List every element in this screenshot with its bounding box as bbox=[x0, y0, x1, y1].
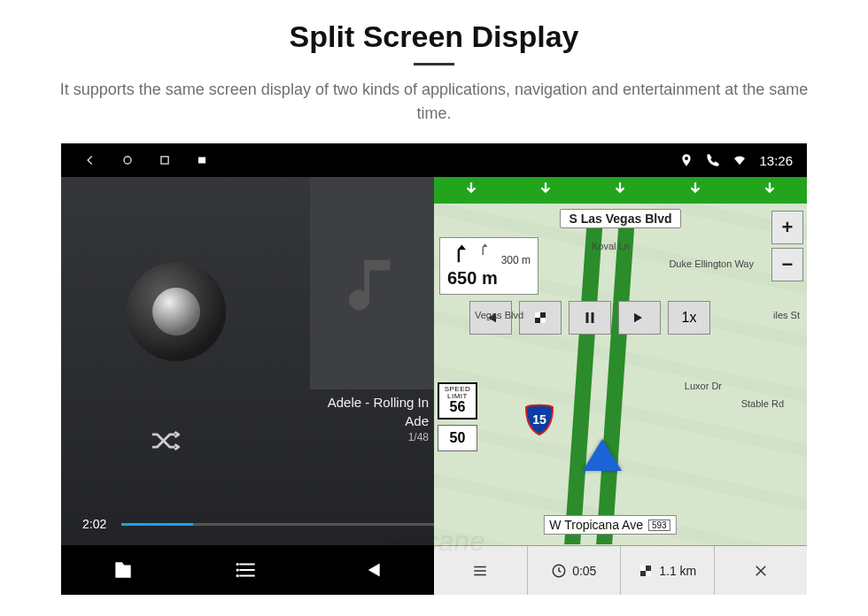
svg-rect-7 bbox=[535, 312, 540, 318]
lane-arrow-icon bbox=[538, 181, 554, 200]
interstate-shield-icon: 15 bbox=[524, 404, 554, 435]
zoom-controls: + − bbox=[771, 211, 803, 281]
music-pane: Adele - Rolling In Ade 1/48 2:02 bbox=[61, 177, 434, 595]
music-bottom-bar bbox=[61, 545, 434, 595]
primary-turn-distance: 650 m bbox=[447, 268, 531, 289]
turn-left-icon bbox=[447, 242, 472, 266]
destination-flag-icon bbox=[638, 563, 654, 579]
lane-arrow-icon bbox=[612, 181, 628, 200]
status-bar: 13:26 bbox=[61, 143, 807, 177]
back-icon[interactable] bbox=[84, 154, 97, 166]
progress-fill bbox=[121, 523, 193, 526]
joystick-control[interactable] bbox=[127, 262, 226, 361]
map-pane[interactable]: S Las Vegas Blvd 300 m 650 m 1x SPEED LI… bbox=[434, 177, 807, 595]
lane-arrow-icon bbox=[463, 181, 479, 200]
current-road-label: S Las Vegas Blvd bbox=[560, 209, 682, 228]
svg-rect-15 bbox=[646, 571, 651, 576]
shuffle-icon[interactable] bbox=[150, 430, 180, 455]
cross-street-name: W Tropicana Ave bbox=[549, 518, 643, 532]
speed-limit-value: 56 bbox=[439, 400, 476, 414]
album-art-placeholder bbox=[310, 177, 434, 389]
map-pause-button[interactable] bbox=[569, 301, 611, 335]
map-close-button[interactable] bbox=[715, 546, 808, 595]
browse-button[interactable] bbox=[61, 545, 185, 595]
current-speed-box: 50 bbox=[438, 425, 477, 451]
title-underline bbox=[414, 63, 454, 65]
eta-value: 0:05 bbox=[572, 564, 596, 578]
map-label-reno: E Reno Ave bbox=[805, 384, 807, 435]
remaining-distance-value: 1.1 km bbox=[659, 564, 696, 578]
remaining-distance-cell: 1.1 km bbox=[621, 546, 715, 595]
svg-text:15: 15 bbox=[532, 412, 546, 427]
map-next-button[interactable] bbox=[618, 301, 661, 335]
split-container: Adele - Rolling In Ade 1/48 2:02 bbox=[61, 177, 807, 595]
clock-icon bbox=[551, 563, 567, 579]
eta-cell: 0:05 bbox=[528, 546, 622, 595]
map-bottom-bar: 0:05 1.1 km bbox=[434, 545, 807, 595]
zoom-out-button[interactable]: − bbox=[771, 248, 803, 281]
turn-instruction-panel: 300 m 650 m bbox=[439, 237, 539, 295]
cross-street-number: 593 bbox=[648, 520, 670, 531]
playback-progress[interactable]: 2:02 bbox=[82, 517, 434, 531]
map-label-stable: Stable Rd bbox=[741, 398, 784, 409]
recent-apps-icon[interactable] bbox=[159, 154, 171, 166]
svg-point-4 bbox=[236, 568, 239, 571]
device-screenshot: 13:26 Adele - Rolling In Ade 1/48 2:02 bbox=[61, 143, 807, 595]
svg-point-0 bbox=[124, 157, 131, 164]
cross-street-label: W Tropicana Ave 593 bbox=[543, 515, 676, 535]
music-note-icon bbox=[341, 252, 403, 314]
lane-guidance-strip bbox=[434, 177, 807, 204]
map-label-giles: iles St bbox=[773, 310, 800, 320]
svg-point-3 bbox=[236, 563, 239, 566]
progress-track[interactable] bbox=[121, 523, 434, 526]
track-metadata: Adele - Rolling In Ade 1/48 bbox=[328, 395, 429, 443]
page-subtitle: It supports the same screen display of t… bbox=[44, 78, 824, 126]
playlist-button[interactable] bbox=[185, 545, 309, 595]
track-artist: Ade bbox=[328, 413, 429, 428]
previous-track-button[interactable] bbox=[310, 545, 434, 595]
speed-limit-label: SPEED LIMIT bbox=[439, 386, 476, 400]
screenshot-icon[interactable] bbox=[196, 154, 208, 166]
svg-rect-1 bbox=[161, 157, 168, 164]
svg-rect-9 bbox=[586, 312, 589, 323]
lane-arrow-icon bbox=[762, 181, 778, 200]
page-title: Split Screen Display bbox=[0, 19, 868, 54]
svg-rect-2 bbox=[198, 158, 205, 164]
playback-speed-button[interactable]: 1x bbox=[668, 301, 710, 335]
speed-limit-sign: SPEED LIMIT 56 bbox=[438, 382, 477, 420]
turn-right-icon bbox=[476, 242, 492, 258]
wifi-icon bbox=[732, 153, 747, 167]
elapsed-time: 2:02 bbox=[82, 517, 121, 531]
location-icon bbox=[679, 153, 694, 167]
map-label-duke: Duke Ellington Way bbox=[669, 258, 754, 269]
svg-rect-14 bbox=[640, 566, 646, 571]
zoom-in-button[interactable]: + bbox=[771, 211, 803, 244]
phone-icon bbox=[706, 153, 720, 167]
svg-rect-10 bbox=[592, 312, 594, 323]
map-label-koval: Koval Ln bbox=[592, 241, 630, 251]
vehicle-position-icon bbox=[583, 439, 622, 471]
svg-rect-8 bbox=[540, 318, 546, 323]
svg-point-5 bbox=[236, 574, 239, 577]
track-title: Adele - Rolling In bbox=[328, 395, 429, 410]
home-icon[interactable] bbox=[121, 154, 134, 166]
map-label-vegas: Vegas Blvd bbox=[475, 310, 523, 320]
map-menu-button[interactable] bbox=[434, 546, 528, 595]
lane-arrow-icon bbox=[687, 181, 703, 200]
track-counter: 1/48 bbox=[328, 431, 429, 443]
map-label-luxor: Luxor Dr bbox=[685, 381, 722, 391]
map-destination-button[interactable] bbox=[519, 301, 562, 335]
status-clock: 13:26 bbox=[759, 153, 793, 168]
joystick-knob[interactable] bbox=[152, 288, 200, 335]
